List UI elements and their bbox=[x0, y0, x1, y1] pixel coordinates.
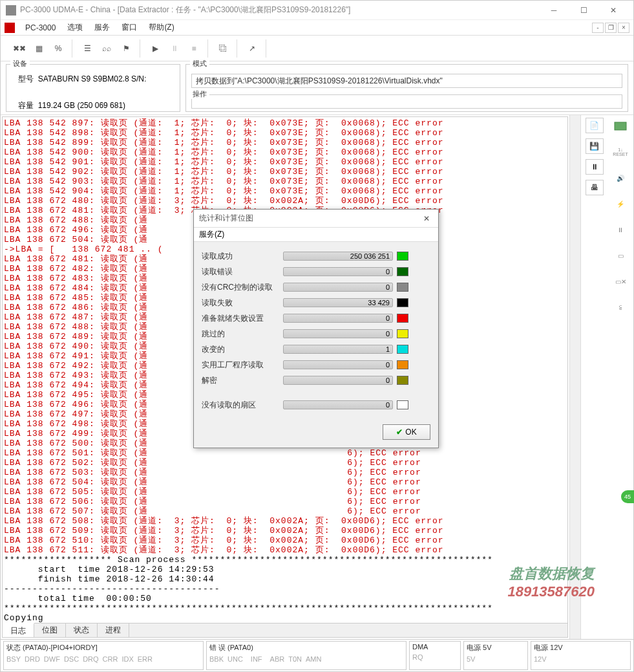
stat-label: 读取失败 bbox=[202, 298, 279, 309]
stat-label: 读取成功 bbox=[202, 251, 279, 262]
stat-row: 跳过的0 bbox=[202, 326, 430, 341]
speaker-icon[interactable]: 🔊 bbox=[611, 169, 630, 186]
play-button[interactable]: ▶ bbox=[147, 40, 164, 57]
operation-label: 操作 bbox=[190, 89, 209, 99]
stat-value: 0 bbox=[386, 361, 390, 369]
minimize-button[interactable]: ─ bbox=[539, 1, 569, 20]
stat-color-swatch bbox=[397, 314, 408, 323]
status-flag: DRQ bbox=[83, 655, 98, 663]
menu-window[interactable]: 窗口 bbox=[116, 21, 142, 34]
stat-color-swatch bbox=[397, 360, 408, 369]
stat-color-swatch bbox=[397, 376, 408, 385]
tab-process[interactable]: 进程 bbox=[98, 623, 129, 637]
status-flag: DSC bbox=[64, 655, 79, 663]
tool-disk-icon[interactable]: ▦ bbox=[30, 40, 47, 57]
mdi-minimize-button[interactable]: - bbox=[592, 23, 604, 33]
chip2-icon[interactable]: ▭✕ bbox=[611, 273, 630, 290]
tool-settings-icon[interactable]: ✖✖ bbox=[11, 40, 28, 57]
log-tabs: 日志 位图 状态 进程 bbox=[3, 623, 567, 637]
mode-panel: 模式 拷贝数据到"A:\PC3000\湖北襄阳PS3109S9-20181226… bbox=[185, 64, 628, 112]
plug-icon[interactable]: ⚡ bbox=[611, 195, 630, 212]
menu-help[interactable]: 帮助(Z) bbox=[143, 21, 179, 34]
close-button[interactable]: ✕ bbox=[598, 1, 628, 20]
tab-bitmap[interactable]: 位图 bbox=[34, 623, 66, 637]
status-flag: RQ bbox=[412, 653, 423, 661]
status-12v-header: 电源 12V bbox=[534, 643, 628, 653]
drive-icon[interactable] bbox=[611, 118, 630, 135]
connector-icon[interactable]: ⫕ bbox=[611, 299, 630, 316]
status-flag: ERR bbox=[138, 655, 153, 663]
tab-log[interactable]: 日志 bbox=[3, 623, 34, 637]
stat-label: 实用工厂程序读取 bbox=[202, 360, 279, 371]
stat-label: 读取错误 bbox=[202, 266, 279, 277]
toolbar: ✖✖ ▦ % ☰ ⌕⌕ ⚑ ▶ ⏸ ■ ⿻ ↗ bbox=[1, 36, 633, 61]
tab-status[interactable]: 状态 bbox=[66, 623, 98, 637]
pause-button[interactable]: ⏸ bbox=[166, 40, 183, 57]
dialog-menu-service[interactable]: 服务(Z) bbox=[199, 229, 224, 240]
stat-label: 跳过的 bbox=[202, 329, 279, 340]
tool-flag-icon[interactable]: ⚑ bbox=[118, 40, 134, 57]
stat-bar: 0 bbox=[283, 329, 393, 338]
tool-exit-icon[interactable]: ↗ bbox=[244, 40, 260, 57]
status-flag: INF bbox=[251, 655, 262, 663]
status-error-header: 错 误 (PATA0) bbox=[209, 643, 403, 653]
stat-bar: 250 036 251 bbox=[283, 252, 393, 261]
reset-button[interactable]: 1↓RESET bbox=[611, 144, 630, 160]
stat-value: 0 bbox=[386, 283, 390, 291]
stat-label: 准备就绪失败设置 bbox=[202, 313, 279, 324]
chip-icon[interactable]: ▭ bbox=[611, 247, 630, 264]
side-badge[interactable]: 45 bbox=[621, 490, 634, 503]
vertical-scrollbar[interactable] bbox=[569, 115, 580, 639]
stats-dialog: 统计和计算位图 ✕ 服务(Z) 读取成功250 036 251读取错误0没有CR… bbox=[193, 209, 439, 448]
pause-icon[interactable]: ⏸ bbox=[586, 159, 604, 175]
tool-list-icon[interactable]: ☰ bbox=[79, 40, 96, 57]
dialog-title: 统计和计算位图 bbox=[199, 213, 253, 224]
stop-button[interactable]: ■ bbox=[185, 40, 202, 57]
stat-bar: 0 bbox=[283, 314, 393, 323]
tool-search-icon[interactable]: ⌕⌕ bbox=[98, 40, 115, 57]
window-title: PC-3000 UDMA-E - China - [Data Extractor… bbox=[20, 5, 539, 16]
status-5v-header: 电源 5V bbox=[467, 643, 525, 653]
mdi-restore-button[interactable]: ❐ bbox=[605, 23, 617, 33]
status-flag: 5V bbox=[467, 655, 475, 663]
capacity-value: 119.24 GB (250 069 681) bbox=[38, 101, 125, 110]
maximize-button[interactable]: ☐ bbox=[569, 1, 598, 20]
app-icon bbox=[6, 5, 16, 16]
status-power5v: 电源 5V 5V bbox=[463, 641, 528, 670]
stat-value: 33 429 bbox=[368, 299, 390, 307]
menu-app[interactable]: PC-3000 bbox=[20, 22, 61, 34]
model-value: SATABURN S9 S9BM02.8 S/N: bbox=[38, 74, 147, 83]
status-dma-header: DMA bbox=[412, 643, 458, 651]
stat-color-swatch bbox=[397, 252, 408, 261]
stat-row: 没有读取的扇区0 bbox=[202, 397, 430, 413]
pause2-icon[interactable]: ⏸ bbox=[611, 221, 630, 238]
ok-button[interactable]: ✔OK bbox=[383, 424, 430, 440]
stat-bar: 0 bbox=[283, 283, 393, 292]
stat-row: 读取成功250 036 251 bbox=[202, 248, 430, 264]
tool-copy-icon[interactable]: ⿻ bbox=[215, 40, 231, 57]
stat-bar: 0 bbox=[283, 267, 393, 276]
new-file-icon[interactable]: 📄 bbox=[586, 118, 604, 133]
mdi-close-button[interactable]: × bbox=[618, 23, 629, 33]
stat-value: 0 bbox=[386, 401, 390, 409]
menu-options[interactable]: 选项 bbox=[62, 21, 88, 34]
menubar: PC-3000 选项 服务 窗口 帮助(Z) - ❐ × bbox=[1, 20, 633, 36]
mode-label: 模式 bbox=[190, 59, 209, 69]
status-flag: IDX bbox=[122, 655, 133, 663]
capacity-label: 容量 bbox=[18, 101, 34, 110]
mode-value: 拷贝数据到"A:\PC3000\湖北襄阳PS3109S9-20181226\Vi… bbox=[191, 74, 622, 88]
menu-service[interactable]: 服务 bbox=[89, 21, 115, 34]
status-flag: AMN bbox=[306, 655, 321, 663]
dialog-close-button[interactable]: ✕ bbox=[420, 214, 433, 223]
save-icon[interactable]: 💾 bbox=[586, 138, 604, 154]
stat-value: 250 036 251 bbox=[350, 252, 390, 260]
stat-row: 没有CRC控制的读取0 bbox=[202, 279, 430, 295]
print-icon[interactable]: 🖶 bbox=[586, 180, 604, 195]
tool-percent-icon[interactable]: % bbox=[50, 40, 67, 57]
stat-bar: 1 bbox=[283, 345, 393, 354]
operation-value bbox=[191, 94, 622, 109]
stat-row: 读取错误0 bbox=[202, 264, 430, 279]
status-pata: 状态 (PATA0)-[PIO4+IORDY] BSYDRDDWFDSCDRQC… bbox=[3, 641, 204, 670]
status-flag: CRR bbox=[103, 655, 118, 663]
stat-value: 0 bbox=[386, 314, 390, 322]
